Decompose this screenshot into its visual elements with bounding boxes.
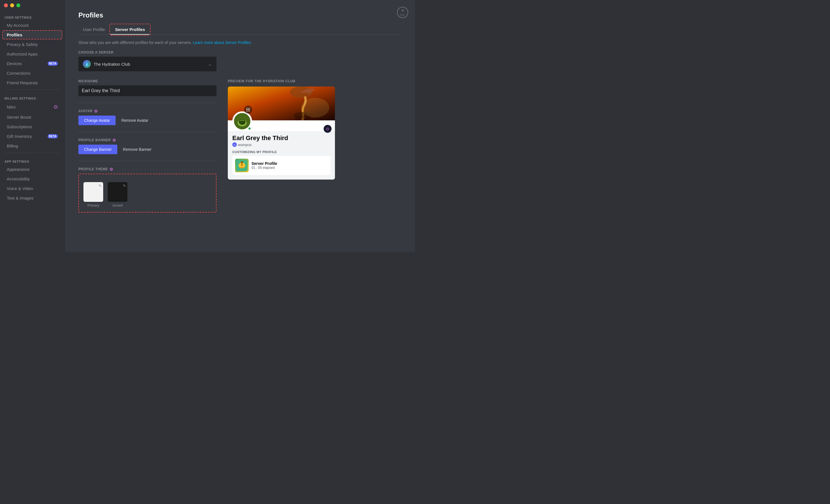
- nitro-icon: ⊙: [54, 104, 58, 110]
- chevron-down-icon: ⌄: [208, 61, 212, 67]
- avatar-nitro-icon: ⊙: [94, 109, 98, 113]
- sidebar-item-authorized-apps[interactable]: Authorized Apps: [2, 49, 62, 59]
- sidebar-item-label: Authorized Apps: [7, 52, 37, 56]
- accent-swatch-box[interactable]: ✎: [108, 182, 127, 202]
- nickname-input[interactable]: [78, 86, 217, 96]
- remove-avatar-button[interactable]: Remove Avatar: [119, 116, 150, 125]
- card-avatar-area: ⊙: [228, 120, 335, 131]
- sidebar-item-friend-requests[interactable]: Friend Requests: [2, 78, 62, 87]
- sidebar-item-label: Subscriptions: [7, 124, 32, 129]
- gift-inventory-beta-badge: BETA: [47, 134, 58, 138]
- sidebar-item-gift-inventory[interactable]: Gift Inventory BETA: [2, 132, 62, 141]
- sidebar-item-label: My Account: [7, 23, 29, 28]
- profile-theme-label: Profile Theme ⊙: [78, 167, 217, 171]
- maximize-button[interactable]: [17, 3, 20, 7]
- minimize-button[interactable]: [10, 3, 14, 7]
- svg-point-13: [241, 161, 243, 163]
- app: User Settings My Account Profiles Privac…: [0, 0, 415, 252]
- theme-nitro-icon: ⊙: [110, 167, 113, 171]
- sidebar-item-appearance[interactable]: Appearance: [2, 165, 62, 174]
- activity-item: Server Profile 01 : 05 elapsed: [232, 156, 330, 175]
- two-col-layout: Nickname Avatar ⊙ Change Avatar Remove A…: [78, 79, 402, 219]
- sidebar-item-subscriptions[interactable]: Subscriptions: [2, 122, 62, 131]
- learn-more-link[interactable]: Learn more about Server Profiles: [193, 40, 251, 45]
- theme-swatches: ✎ Primary ✎ Accent: [84, 182, 212, 208]
- sidebar-item-label: Billing: [7, 144, 18, 148]
- sidebar-item-devices[interactable]: Devices BETA: [2, 59, 62, 68]
- sidebar-item-voice-video[interactable]: Voice & Video: [2, 184, 62, 193]
- sidebar-item-label: Connections: [7, 71, 30, 75]
- primary-edit-icon: ✎: [99, 184, 101, 188]
- sidebar-item-nitro[interactable]: Nitro ⊙: [2, 101, 62, 112]
- card-nitro-badge: ⊙: [324, 125, 331, 133]
- sidebar-item-text-images[interactable]: Text & Images: [2, 193, 62, 203]
- card-avatar-wrapper: [232, 111, 252, 131]
- sidebar: User Settings My Account Profiles Privac…: [0, 0, 65, 252]
- close-icon: ✕: [401, 8, 405, 13]
- banner-button-row: Change Banner Remove Banner: [78, 145, 217, 154]
- sidebar-item-label: Privacy & Safety: [7, 42, 38, 47]
- server-dropdown-left: 💧 The Hydration Club: [83, 60, 130, 68]
- traffic-lights: [4, 3, 20, 7]
- change-banner-button[interactable]: Change Banner: [78, 145, 117, 154]
- profile-card: ⊙ Earl Grey the Third w wumpus Customizi…: [228, 87, 335, 180]
- billing-settings-section-label: Billing Settings: [0, 92, 65, 101]
- divider-1: [4, 90, 60, 90]
- divider-nickname: [78, 103, 217, 103]
- preview-label: Preview for the Hydration Club: [228, 79, 341, 83]
- accent-swatch: ✎ Accent: [108, 182, 127, 208]
- right-column: Preview for the Hydration Club: [228, 79, 341, 219]
- choose-server-label: Choose a Server: [78, 51, 402, 54]
- banner-nitro-icon: ⊙: [113, 138, 116, 143]
- server-dropdown[interactable]: 💧 The Hydration Club ⌄: [78, 57, 217, 71]
- server-icon: 💧: [83, 60, 91, 68]
- server-profile-icon: [236, 160, 248, 171]
- devices-beta-badge: BETA: [47, 61, 58, 66]
- app-settings-section-label: App Settings: [0, 155, 65, 164]
- svg-point-3: [301, 98, 329, 118]
- card-avatar-row: ⊙: [232, 120, 330, 131]
- sidebar-item-billing[interactable]: Billing: [2, 141, 62, 151]
- main-content: ✕ ESC Profiles User Profile Server Profi…: [65, 0, 415, 252]
- profile-banner-section: Profile Banner ⊙ Change Banner Remove Ba…: [78, 138, 217, 154]
- activity-icon: [235, 159, 249, 172]
- add-image-icon: [246, 108, 250, 112]
- nitro-badge-icon: ⊙: [326, 127, 329, 131]
- sidebar-item-label: Nitro: [7, 104, 16, 109]
- user-settings-section-label: User Settings: [0, 11, 65, 20]
- nickname-section: Nickname: [78, 79, 217, 96]
- close-esc-button[interactable]: ✕ ESC: [397, 7, 408, 18]
- nickname-label: Nickname: [78, 79, 217, 83]
- sidebar-item-label: Friend Requests: [7, 80, 38, 85]
- sidebar-item-privacy-safety[interactable]: Privacy & Safety: [2, 40, 62, 49]
- tab-user-profile[interactable]: User Profile: [78, 25, 109, 35]
- divider-2: [4, 153, 60, 153]
- remove-banner-button[interactable]: Remove Banner: [121, 145, 154, 154]
- activity-time: 01 : 05 elapsed: [252, 166, 328, 170]
- close-button[interactable]: [4, 3, 8, 7]
- edit-avatar-button[interactable]: [244, 106, 252, 114]
- activity-info: Server Profile 01 : 05 elapsed: [252, 161, 328, 170]
- sidebar-item-label: Voice & Video: [7, 186, 33, 191]
- sidebar-item-connections[interactable]: Connections: [2, 68, 62, 78]
- page-title: Profiles: [78, 11, 402, 19]
- sidebar-item-server-boost[interactable]: Server Boost: [2, 113, 62, 122]
- tab-server-profiles[interactable]: Server Profiles: [110, 25, 150, 35]
- sidebar-item-profiles[interactable]: Profiles: [2, 30, 62, 39]
- accent-edit-icon: ✎: [123, 184, 126, 188]
- activity-name: Server Profile: [252, 161, 328, 166]
- online-status-dot: [248, 127, 252, 130]
- accent-swatch-label: Accent: [113, 203, 123, 208]
- sidebar-item-label: Devices: [7, 61, 22, 66]
- sidebar-item-accessibility[interactable]: Accessibility: [2, 174, 62, 184]
- theme-swatches-container: ✎ Primary ✎ Accent: [78, 174, 217, 213]
- sidebar-item-label: Text & Images: [7, 196, 34, 200]
- sidebar-item-my-account[interactable]: My Account: [2, 21, 62, 30]
- primary-swatch-box[interactable]: ✎: [84, 182, 103, 202]
- primary-swatch-label: Primary: [87, 203, 99, 208]
- change-avatar-button[interactable]: Change Avatar: [78, 116, 116, 125]
- card-customizing-label: Customizing My Profile: [232, 150, 330, 154]
- sidebar-item-label: Accessibility: [7, 177, 30, 181]
- card-username: w wumpus: [232, 143, 330, 147]
- divider-banner: [78, 161, 217, 161]
